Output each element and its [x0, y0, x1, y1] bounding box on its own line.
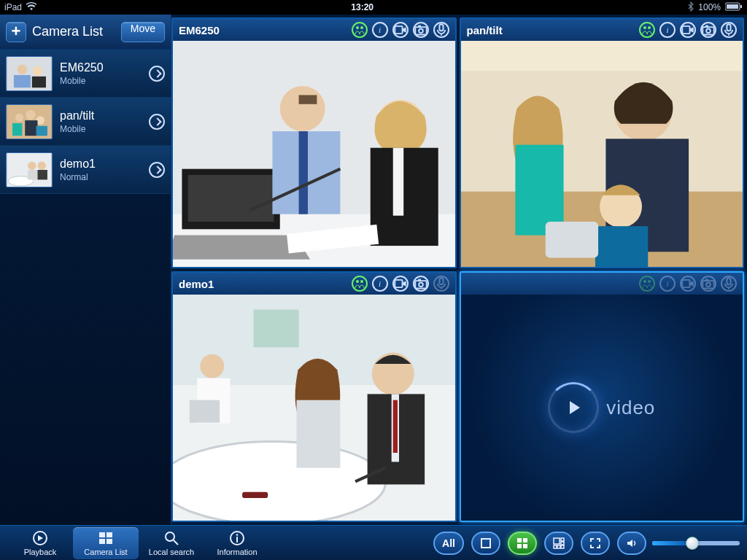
svg-point-64: [419, 282, 423, 287]
svg-rect-40: [393, 148, 403, 216]
move-button[interactable]: Move: [121, 22, 165, 42]
svg-rect-103: [517, 544, 522, 548]
svg-rect-106: [561, 538, 564, 541]
svg-rect-107: [561, 542, 564, 545]
svg-rect-7: [32, 76, 46, 87]
snapshot-icon[interactable]: [413, 22, 429, 38]
battery-icon: [725, 2, 743, 13]
svg-rect-82: [242, 492, 268, 498]
svg-rect-31: [188, 175, 274, 222]
svg-rect-47: [705, 26, 708, 28]
svg-rect-59: [545, 222, 597, 258]
sidebar: + Camera List Move EM6250 Mobile: [0, 15, 171, 525]
device-label: iPad: [4, 2, 22, 12]
svg-point-42: [643, 26, 646, 29]
wifi-icon: [26, 2, 36, 13]
svg-point-43: [648, 26, 651, 29]
svg-rect-110: [561, 545, 564, 548]
motion-people-icon[interactable]: [352, 22, 368, 38]
camera-status: Normal: [60, 172, 149, 182]
snapshot-icon[interactable]: [700, 22, 716, 38]
volume-slider[interactable]: [652, 541, 740, 545]
clock: 13:20: [36, 2, 688, 12]
camera-item-pantilt[interactable]: pan/tilt Mobile: [0, 98, 171, 146]
feed-tile-3[interactable]: demo1 i: [171, 271, 457, 522]
svg-rect-14: [36, 125, 47, 135]
volume-button[interactable]: [617, 532, 646, 555]
camera-item-em6250[interactable]: EM6250 Mobile: [0, 50, 171, 98]
feed-video: [173, 295, 455, 521]
mic-icon[interactable]: [433, 22, 449, 38]
camera-name: demo1: [60, 158, 149, 171]
layout-all-button[interactable]: All: [433, 532, 464, 555]
record-icon[interactable]: [680, 276, 696, 292]
svg-rect-19: [28, 170, 37, 179]
nav-localsearch[interactable]: Local search: [139, 527, 204, 559]
nav-playback[interactable]: Playback: [7, 527, 73, 559]
feed-header: demo1 i: [173, 273, 455, 295]
svg-point-10: [26, 109, 35, 119]
nav-information[interactable]: Information: [204, 527, 270, 559]
feed-tile-1[interactable]: EM6250 i: [171, 18, 457, 268]
layout-1plus5-button[interactable]: [544, 532, 573, 555]
svg-rect-50: [461, 41, 743, 71]
snapshot-icon[interactable]: [413, 276, 429, 292]
feed-tile-4[interactable]: i video: [460, 271, 745, 522]
svg-rect-1: [727, 4, 738, 9]
svg-rect-104: [523, 544, 527, 548]
motion-people-icon[interactable]: [639, 22, 655, 38]
svg-rect-6: [14, 74, 31, 87]
record-icon[interactable]: [392, 276, 409, 292]
fullscreen-button[interactable]: [581, 532, 610, 555]
record-icon[interactable]: [392, 22, 409, 38]
svg-rect-13: [25, 120, 37, 136]
svg-rect-2: [740, 5, 742, 8]
motion-people-icon[interactable]: [639, 276, 655, 292]
mic-icon[interactable]: [721, 22, 737, 38]
camera-item-demo1[interactable]: demo1 Normal: [0, 146, 171, 194]
feed-header: EM6250 i: [173, 19, 455, 41]
feed-title: EM6250: [179, 24, 352, 36]
nav-cameralist[interactable]: Camera List: [73, 527, 139, 559]
feed-grid: EM6250 i: [171, 15, 747, 525]
svg-point-4: [18, 64, 27, 74]
svg-point-83: [643, 280, 646, 283]
camera-status: Mobile: [60, 124, 149, 134]
battery-label: 100%: [698, 2, 721, 12]
svg-point-98: [236, 534, 239, 536]
svg-rect-105: [554, 538, 560, 544]
info-icon: [229, 530, 245, 546]
svg-rect-62: [395, 280, 402, 287]
layout-2x2-button[interactable]: [508, 532, 537, 555]
record-icon[interactable]: [680, 22, 696, 38]
info-icon[interactable]: i: [372, 22, 388, 38]
camera-name: EM6250: [60, 61, 149, 74]
chevron-right-icon[interactable]: [149, 66, 165, 82]
info-icon[interactable]: i: [659, 22, 676, 38]
snapshot-icon[interactable]: [700, 276, 716, 292]
svg-point-71: [200, 354, 224, 378]
nav-label: Camera List: [84, 548, 127, 556]
svg-rect-89: [727, 278, 730, 284]
svg-rect-39: [371, 148, 438, 246]
motion-people-icon[interactable]: [352, 276, 368, 292]
mic-icon[interactable]: [721, 276, 737, 292]
mic-icon[interactable]: [433, 276, 449, 292]
bluetooth-icon: [688, 1, 694, 14]
svg-rect-94: [107, 539, 112, 544]
svg-rect-48: [727, 24, 730, 31]
add-camera-button[interactable]: +: [6, 22, 26, 42]
chevron-right-icon[interactable]: [149, 114, 165, 130]
layout-1x1-button[interactable]: [471, 532, 500, 555]
info-icon[interactable]: i: [372, 276, 388, 292]
feed-tile-2[interactable]: pan/tilt i: [460, 18, 745, 268]
chevron-right-icon[interactable]: [149, 162, 165, 178]
svg-rect-34: [299, 95, 317, 104]
info-icon[interactable]: i: [659, 276, 676, 292]
volume-control: [617, 532, 740, 555]
svg-rect-93: [99, 539, 105, 544]
sidebar-title: Camera List: [32, 24, 121, 39]
feed-video: [173, 41, 455, 267]
svg-point-33: [280, 86, 325, 131]
svg-rect-66: [439, 278, 443, 284]
